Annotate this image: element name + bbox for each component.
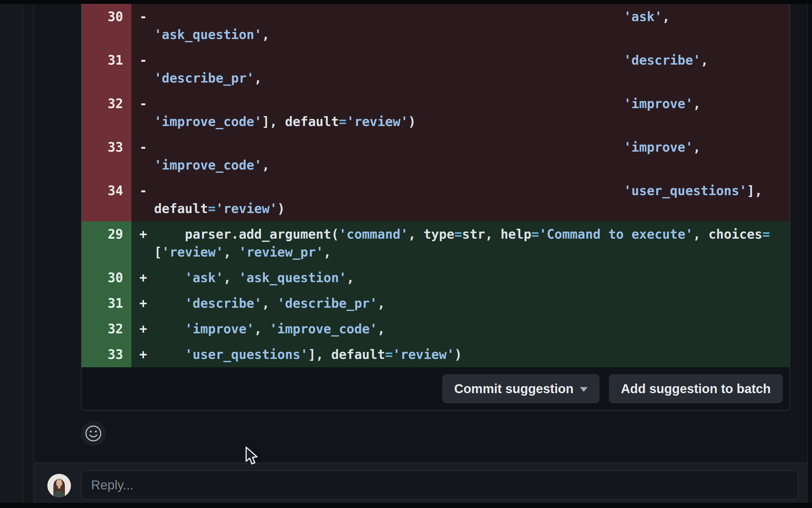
add-suggestion-to-batch-button[interactable]: Add suggestion to batch [609,374,782,403]
diff-marker: - [139,51,154,69]
diff-line-content: -'user_questions'],default='review') [131,178,790,221]
code-text: 'improve_code', [154,156,270,174]
diff-line: 31+'describe', 'describe_pr', [82,291,790,316]
code-text: parser.add_argument('command', type=str,… [154,225,770,243]
diff-marker: + [139,320,154,338]
diff-line-content: -'describe','describe_pr', [131,47,790,91]
diff-line: 34-'user_questions'],default='review') [82,178,790,221]
suggestion-actions: Commit suggestion Add suggestion to batc… [82,367,790,410]
code-text: 'improve_code'], default='review') [154,113,416,130]
code-text: 'ask', [154,8,670,26]
code-text: 'ask', 'ask_question', [154,269,354,287]
page-gutter [23,4,33,503]
emoji-reaction-button[interactable] [81,421,106,446]
diff-line-content: -'improve','improve_code'], default='rev… [131,91,790,134]
code-text: 'improve', [154,95,701,113]
line-number: 32 [82,316,131,342]
diff-marker [139,200,154,217]
code-text: 'improve', 'improve_code', [154,320,385,338]
suggestion-diff-block: 30-'ask','ask_question',31-'describe','d… [81,4,790,411]
diff-marker: - [139,95,154,113]
diff-marker [139,156,154,174]
page-edge [808,4,812,503]
code-text: 'describe_pr', [154,69,262,87]
code-text: ['review', 'review_pr', [154,243,331,261]
avatar [47,474,71,498]
commit-suggestion-label: Commit suggestion [454,382,574,396]
code-text: 'user_questions'], default='review') [154,345,462,364]
diff-marker: + [139,269,154,287]
diff-line-content: -'improve','improve_code', [131,134,790,178]
divider [33,4,34,503]
line-number: 29 [82,221,131,265]
diff-line-content: +parser.add_argument('command', type=str… [131,221,790,265]
code-text: 'improve', [154,138,701,156]
pr-review-page: 30-'ask','ask_question',31-'describe','d… [0,0,812,508]
diff-marker [139,69,154,87]
smiley-icon [85,425,102,442]
code-text: 'describe', 'describe_pr', [154,294,385,312]
reply-placeholder: Reply... [91,478,134,492]
code-text: 'user_questions'], [154,182,762,200]
diff-marker [139,113,154,130]
diff-marker: + [139,345,154,364]
diff-marker: + [139,294,154,312]
add-suggestion-to-batch-label: Add suggestion to batch [621,382,771,396]
diff-marker: - [139,182,154,200]
code-text: 'describe', [154,51,708,69]
diff-marker: + [139,225,154,243]
reply-input[interactable]: Reply... [81,470,798,500]
diff-marker [139,243,154,261]
diff-marker: - [139,8,154,26]
diff-lines: 30-'ask','ask_question',31-'describe','d… [82,4,790,367]
diff-line: 30-'ask','ask_question', [82,4,790,47]
diff-line: 31-'describe','describe_pr', [82,47,790,91]
diff-line-content: +'user_questions'], default='review') [131,342,790,367]
commit-suggestion-button[interactable]: Commit suggestion [442,374,600,403]
diff-line-content: +'describe', 'describe_pr', [131,291,790,316]
line-number: 32 [82,91,131,134]
diff-line: 33-'improve','improve_code', [82,134,790,178]
line-number: 31 [82,47,131,91]
diff-line: 33+'user_questions'], default='review') [82,342,790,367]
code-text: 'ask_question', [154,26,270,43]
diff-marker [139,26,154,43]
diff-line-content: +'ask', 'ask_question', [131,265,790,291]
line-number: 34 [82,178,131,221]
letterbox-top [0,0,812,4]
diff-line-content: -'ask','ask_question', [131,4,790,47]
line-number: 30 [82,265,131,291]
diff-line: 32-'improve','improve_code'], default='r… [82,91,790,134]
diff-line: 32+'improve', 'improve_code', [82,316,790,342]
diff-line: 30+'ask', 'ask_question', [82,265,790,291]
diff-line: 29+parser.add_argument('command', type=s… [82,221,790,265]
mouse-cursor [245,447,260,467]
letterbox-bottom [0,503,812,508]
chevron-down-icon [580,387,587,392]
line-number: 33 [82,134,131,178]
line-number: 31 [82,291,131,316]
line-number: 30 [82,4,131,47]
line-number: 33 [82,342,131,367]
code-text: default='review') [154,200,285,217]
diff-line-content: +'improve', 'improve_code', [131,316,790,342]
diff-marker: - [139,138,154,156]
